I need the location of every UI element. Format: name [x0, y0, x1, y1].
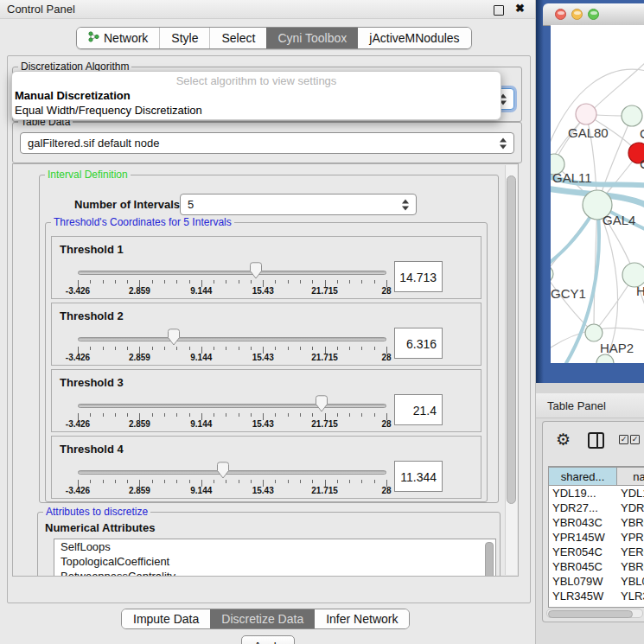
tab-select[interactable]: Select	[209, 28, 266, 48]
table-row[interactable]: YDR27...YDR27	[549, 501, 644, 515]
threshold-value-field[interactable]: 21.4	[394, 394, 443, 425]
network-window-titlebar[interactable]	[543, 3, 644, 26]
table-cell[interactable]: YER054C	[549, 545, 617, 559]
slider-track[interactable]	[78, 470, 386, 475]
tab-cyni-toolbox[interactable]: Cyni Toolbox	[266, 28, 358, 48]
number-of-intervals-combobox[interactable]: 5	[180, 194, 417, 215]
network-canvas[interactable]: GAL80GACGAL11GAL4GCY1HHAP2	[551, 25, 644, 363]
table-cell[interactable]: YBR043C	[549, 515, 617, 530]
attributes-list-scrollbar[interactable]	[485, 542, 494, 577]
attribute-item[interactable]: SelfLoops	[54, 539, 495, 554]
network-node-green[interactable]	[622, 105, 642, 126]
threshold-value-field[interactable]: 14.713	[394, 261, 443, 292]
attributes-list[interactable]: SelfLoopsTopologicalCoefficientBetweenne…	[54, 539, 496, 577]
network-node-green[interactable]	[585, 324, 603, 341]
table-cell[interactable]: YIL052C	[617, 603, 644, 608]
close-icon[interactable]: ✖	[515, 2, 525, 15]
threshold-slider[interactable]: -3.4262.8599.14415.4321.71528	[78, 370, 386, 433]
table-cell[interactable]: YDR27...	[549, 501, 617, 515]
checkbox-icon[interactable]: ✓	[619, 435, 628, 444]
columns-icon[interactable]	[588, 432, 604, 449]
threshold-value-field[interactable]: 11.344	[394, 461, 443, 492]
node-label: HAP2	[600, 341, 634, 355]
attribute-item[interactable]: BetweennessCentrality	[54, 569, 495, 577]
algorithm-option-equal-width[interactable]: Equal Width/Frequency Discretization	[12, 103, 501, 118]
close-traffic-light[interactable]	[555, 9, 566, 20]
slider-thumb[interactable]	[167, 328, 181, 346]
algorithm-option-manual[interactable]: Manual Discretization	[12, 88, 501, 103]
table-data-combobox[interactable]: galFiltered.sif default node	[20, 132, 514, 154]
column-header[interactable]: name	[617, 467, 644, 486]
number-of-intervals-label: Number of Intervals	[74, 198, 180, 211]
table-cell[interactable]: YBL079W	[617, 574, 644, 589]
slider-track[interactable]	[78, 271, 386, 275]
table-cell[interactable]: YBR043C	[617, 515, 644, 530]
slider-thumb[interactable]	[249, 262, 263, 279]
table-horizontal-scrollbar[interactable]	[546, 609, 643, 618]
table-row[interactable]: YIL052CYIL052C	[549, 603, 644, 608]
slider-track[interactable]	[78, 404, 386, 408]
column-header[interactable]: shared...	[549, 467, 617, 486]
threshold-slider[interactable]: -3.4262.8599.14415.4321.71528	[78, 237, 386, 300]
threshold-panel-4: Threshold 4-3.4262.8599.14415.4321.71528…	[51, 436, 481, 499]
tab-infer-network[interactable]: Infer Network	[315, 609, 409, 628]
tab-jactivemnodules[interactable]: jActiveMNodules	[358, 28, 470, 48]
table-panel: ⚙ ✓ ✓ shared...name YDL19...YDL19YDR27..…	[542, 421, 644, 622]
tab-impute-data[interactable]: Impute Data	[122, 609, 210, 628]
table-header-row: shared...name	[549, 467, 644, 486]
node-label: C	[640, 156, 644, 171]
float-icon[interactable]	[494, 5, 504, 16]
network-node-green[interactable]	[551, 265, 553, 283]
table-row[interactable]: YPR145WYPR145W	[549, 530, 644, 545]
combo-arrows-icon	[500, 137, 507, 149]
checkbox-icon[interactable]: ✓	[630, 435, 640, 444]
threshold-slider[interactable]: -3.4262.8599.14415.4321.71528	[78, 437, 386, 500]
settings-scroll-pane: Interval Definition Number of Intervals …	[12, 163, 519, 577]
control-panel: Control Panel ✖ NetworkStyleSelectCyni T…	[0, 0, 536, 644]
table-row[interactable]: YDL19...YDL19	[549, 486, 644, 501]
table-cell[interactable]: YPR145W	[549, 530, 617, 545]
table-cell[interactable]: YLR345W	[617, 589, 644, 603]
slider-thumb[interactable]	[315, 395, 328, 412]
table-cell[interactable]: YDR27	[617, 501, 644, 515]
table-cell[interactable]: YBR045C	[549, 559, 617, 574]
apply-button[interactable]: Apply	[241, 635, 295, 644]
table-cell[interactable]: YDL19...	[549, 486, 617, 501]
panel-divider	[536, 383, 644, 393]
gear-icon[interactable]: ⚙	[556, 430, 571, 450]
table-cell[interactable]: YLR345W	[549, 589, 617, 603]
table-row[interactable]: YER054CYER054C	[549, 545, 644, 559]
network-edge[interactable]	[551, 274, 594, 333]
slider-track[interactable]	[78, 337, 386, 341]
network-node-green[interactable]	[596, 354, 614, 363]
table-toolbar: ⚙ ✓ ✓	[543, 427, 644, 455]
table-row[interactable]: YBR045CYBR045C	[549, 559, 644, 574]
table-cell[interactable]: YPR145W	[617, 530, 644, 545]
tab-network[interactable]: Network	[77, 28, 159, 48]
network-view-window: GAL80GACGAL11GAL4GCY1HHAP2	[536, 0, 644, 383]
node-label: GAL80	[568, 125, 609, 140]
table-row[interactable]: YBR043CYBR043C	[549, 515, 644, 530]
table-cell[interactable]: YBR045C	[617, 559, 644, 574]
interval-definition-label: Interval Definition	[45, 169, 131, 181]
settings-panel: Discretization Algorithm Table Data galF…	[7, 55, 531, 603]
slider-thumb[interactable]	[216, 462, 230, 479]
table-row[interactable]: YLR345WYLR345W	[549, 589, 644, 603]
table-cell[interactable]: YIL052C	[549, 603, 617, 608]
table-body: YDL19...YDL19YDR27...YDR27YBR043CYBR043C…	[549, 486, 644, 608]
threshold-value-field[interactable]: 6.316	[394, 328, 443, 359]
table-cell[interactable]: YBL079W	[549, 574, 617, 589]
node-table[interactable]: shared...name YDL19...YDL19YDR27...YDR27…	[548, 466, 644, 608]
table-row[interactable]: YBL079WYBL079W	[549, 574, 644, 589]
tab-discretize-data[interactable]: Discretize Data	[210, 609, 315, 628]
settings-vertical-scrollbar[interactable]	[505, 165, 517, 575]
zoom-traffic-light[interactable]	[588, 9, 599, 20]
network-node-pink[interactable]	[576, 104, 596, 124]
threshold-slider[interactable]: -3.4262.8599.14415.4321.71528	[78, 303, 386, 367]
table-cell[interactable]: YDL19	[617, 486, 644, 501]
slider-tick-labels: -3.4262.8599.14415.4321.71528	[78, 486, 386, 496]
minimize-traffic-light[interactable]	[571, 9, 583, 20]
attribute-item[interactable]: TopologicalCoefficient	[54, 554, 495, 569]
tab-style[interactable]: Style	[159, 28, 209, 48]
table-cell[interactable]: YER054C	[617, 545, 644, 559]
